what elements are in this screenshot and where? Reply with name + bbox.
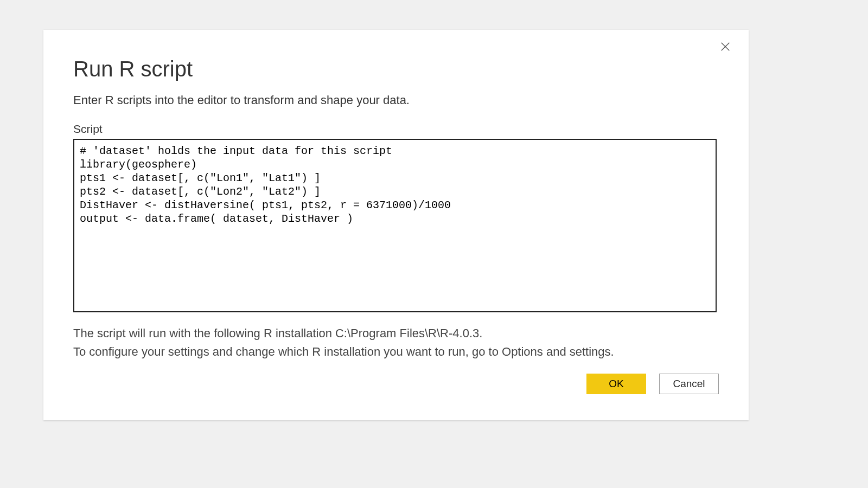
ok-button[interactable]: OK xyxy=(586,374,646,394)
script-field-label: Script xyxy=(73,123,719,136)
dialog-buttons: OK Cancel xyxy=(586,374,719,394)
info-line-2: To configure your settings and change wh… xyxy=(73,343,719,361)
dialog-title: Run R script xyxy=(73,57,719,81)
close-icon xyxy=(719,41,731,55)
r-installation-info: The script will run with the following R… xyxy=(73,324,719,361)
run-r-script-dialog: Run R script Enter R scripts into the ed… xyxy=(43,30,749,420)
script-input[interactable] xyxy=(73,139,717,312)
close-button[interactable] xyxy=(717,40,733,56)
info-line-1: The script will run with the following R… xyxy=(73,324,719,343)
dialog-subtitle: Enter R scripts into the editor to trans… xyxy=(73,93,719,107)
cancel-button[interactable]: Cancel xyxy=(659,374,719,394)
